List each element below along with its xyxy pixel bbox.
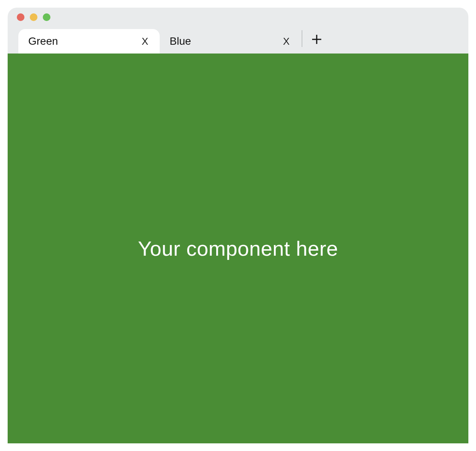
tab-title: Blue [170, 35, 281, 47]
content-placeholder-text: Your component here [138, 237, 338, 260]
tab-green[interactable]: Green X [18, 29, 160, 54]
new-tab-button[interactable] [306, 29, 327, 50]
browser-window: Green X Blue X Your component here [8, 8, 468, 443]
tab-title: Green [28, 35, 139, 47]
window-zoom-button[interactable] [43, 13, 50, 21]
tab-divider [302, 30, 302, 47]
close-tab-icon[interactable]: X [281, 36, 292, 47]
window-close-button[interactable] [17, 13, 24, 21]
window-minimize-button[interactable] [30, 13, 37, 21]
titlebar [8, 8, 468, 27]
content-area: Your component here [8, 54, 468, 443]
plus-icon [312, 35, 321, 44]
close-tab-icon[interactable]: X [139, 36, 151, 47]
tab-blue[interactable]: Blue X [160, 29, 301, 54]
tabstrip: Green X Blue X [8, 27, 468, 54]
